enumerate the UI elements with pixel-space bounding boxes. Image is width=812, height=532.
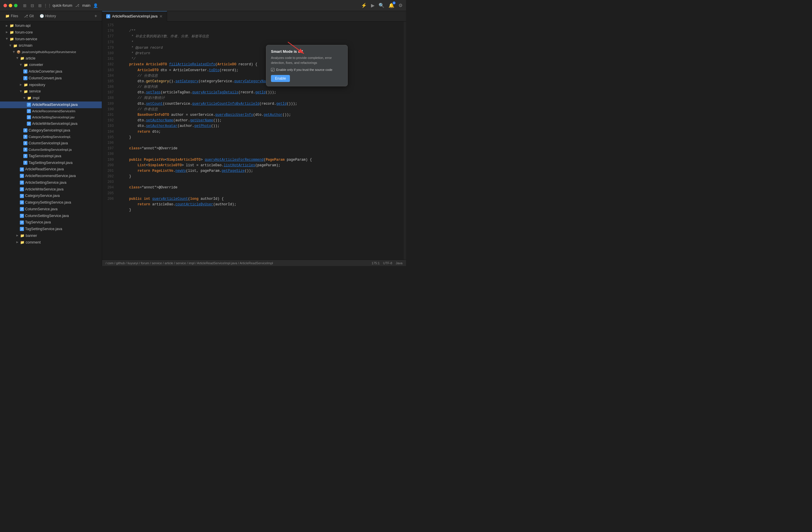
java-file-icon: J [27, 115, 31, 119]
tree-item-column-service[interactable]: J ColumnService.java [0, 206, 102, 213]
maximize-button[interactable] [14, 4, 17, 7]
tree-item-tag-setting-service[interactable]: J TagSettingService.java [0, 226, 102, 232]
tree-item-article-write-service[interactable]: J ArticleWriteService.java [0, 186, 102, 193]
add-panel-button[interactable]: + [93, 13, 99, 19]
tree-label: ColumnService.java [25, 206, 57, 212]
tree-item-article-recommend-service-impl[interactable]: J ArticleRecommendServiceIm [0, 108, 102, 114]
code-line: return dto; [121, 129, 404, 135]
java-file-icon: J [23, 76, 27, 80]
tree-item-article-setting-service[interactable]: J ArticleSettingService.java [0, 179, 102, 186]
tree-label: ArticleSettingService.java [25, 180, 67, 186]
tree-item-comment[interactable]: ▶ 📁 comment [0, 239, 102, 246]
user-plus-icon[interactable]: 👤 [93, 3, 98, 8]
tree-item-java-path[interactable]: ▶ 📦 java/com/github/liuyueyi/forum/servi… [0, 49, 102, 55]
branch-name: main [82, 3, 90, 8]
tree-item-forum-service[interactable]: ▶ 📁 forum-service [0, 36, 102, 43]
tree-item-repository[interactable]: ▶ 📁 repository [0, 82, 102, 88]
close-button[interactable] [3, 4, 7, 7]
tree-item-article-read-service-impl[interactable]: J ArticleReadServiceImpl.java [0, 101, 102, 108]
run-icon[interactable]: ▶ [371, 3, 375, 8]
tree-item-category-setting-service[interactable]: J CategorySettingService.java [0, 199, 102, 206]
git-icon: ⎇ [24, 14, 28, 18]
tree-label: TagSettingService.java [25, 226, 62, 232]
close-tab-button[interactable]: ✕ [159, 14, 163, 18]
line-number: 190 [102, 107, 114, 112]
code-line: * @param record [121, 45, 404, 51]
tree-item-category-setting-service-impl[interactable]: J CategorySettingServiceImpl. [0, 134, 102, 140]
folder-icon: 📁 [10, 23, 14, 28]
tree-label: ArticleRecommendService.java [25, 173, 76, 179]
tree-item-column-setting-service[interactable]: J ColumnSettingService.java [0, 213, 102, 219]
enable-smart-mode-button[interactable]: Enable [271, 75, 290, 82]
chevron-right-icon: ▶ [20, 83, 22, 87]
smart-mode-popup: Smart Mode is off Analyzes code to provi… [266, 45, 348, 86]
code-line: */ [121, 56, 404, 62]
tab-git-label: Git [29, 14, 33, 18]
grid-icon[interactable]: ⋮⋮ [45, 3, 50, 8]
chevron-right-icon: ▶ [6, 30, 8, 34]
tree-label: TagServiceImpl.java [29, 154, 61, 159]
line-number: 175 [102, 23, 114, 28]
tree-item-forum-core[interactable]: ▶ 📁 forum-core [0, 29, 102, 36]
folder-icon: 📁 [20, 56, 25, 61]
tree-label: forum-service [15, 37, 37, 42]
search-icon[interactable]: 🔍 [379, 3, 385, 8]
tree-item-src-main[interactable]: ▶ 📁 src/main [0, 42, 102, 49]
tree-item-tag-service-impl[interactable]: J TagServiceImpl.java [0, 153, 102, 160]
tree-label: java/com/github/liuyueyi/forum/service [22, 49, 76, 55]
editor-tab-article-read-service-impl[interactable]: J ArticleReadServiceImpl.java ✕ [102, 11, 167, 21]
code-line: private ArticleDTO fillArticleRelatedInf… [121, 62, 404, 67]
code-line: // 标签列表 [121, 84, 404, 90]
tree-item-tag-setting-service-impl[interactable]: J TagSettingServiceImpl.java [0, 160, 102, 166]
files-icon: 📁 [5, 14, 10, 18]
line-number: 196 [102, 140, 114, 146]
tree-item-column-setting-service-impl[interactable]: J ColumnSettingServiceImpl.ja [0, 147, 102, 153]
notifications-icon[interactable]: 🔔 1 [389, 3, 394, 8]
tree-item-column-service-impl[interactable]: J ColumnServiceImpl.java [0, 140, 102, 147]
line-number: 195 [102, 135, 114, 140]
tree-item-article-write-service-impl[interactable]: J ArticleWriteServiceImpl.java [0, 120, 102, 127]
tree-label: ArticleWriteServiceImpl.java [32, 121, 77, 127]
tab-git[interactable]: ⎇ Git [21, 13, 36, 19]
chevron-down-icon: ▶ [19, 90, 23, 92]
sidebar-right-icon[interactable]: ⊞ [37, 3, 43, 8]
line-number: 192 [102, 118, 114, 124]
java-file-icon: J [23, 147, 27, 152]
tree-item-impl[interactable]: ▶ 📁 impl [0, 95, 102, 101]
chevron-right-icon: ▶ [16, 240, 18, 244]
settings-icon[interactable]: ⚙ [398, 3, 403, 8]
tree-item-conveter[interactable]: ▶ 📁 conveter [0, 61, 102, 68]
code-content[interactable]: /** * 补全文章的阅读计数、作者、分类、标签等信息 * * @param r… [117, 21, 404, 260]
tree-item-article-setting-service-impl[interactable]: J ArticleSettingServiceImpl.jav [0, 114, 102, 120]
vertical-scrollbar[interactable] [404, 21, 406, 260]
code-line: dto.setAuthorAvatar(author.getPhoto()); [121, 124, 404, 129]
sidebar-left-icon[interactable]: ⊞ [22, 3, 27, 8]
tree-item-forum-api[interactable]: ▶ 📁 forum-api [0, 23, 102, 29]
trust-checkbox[interactable]: ✓ [271, 68, 274, 71]
lightning-icon[interactable]: ⚡ [361, 3, 367, 8]
java-tab-icon: J [106, 14, 110, 18]
java-file-icon: J [23, 128, 27, 132]
minimize-button[interactable] [9, 4, 12, 7]
tree-item-article[interactable]: ▶ 📁 article [0, 55, 102, 62]
tree-item-category-service-impl[interactable]: J CategoryServiceImpl.java [0, 127, 102, 134]
tree-item-banner[interactable]: ▶ 📁 banner [0, 232, 102, 239]
tree-item-article-converter[interactable]: J ArticleConverter.java [0, 68, 102, 75]
tab-files[interactable]: 📁 Files [3, 13, 20, 19]
tree-label: TagService.java [25, 220, 51, 225]
sidebar-bottom-icon[interactable]: ⊟ [30, 3, 35, 8]
tab-history[interactable]: 🕐 History [37, 13, 58, 19]
tree-item-column-convert[interactable]: J ColumnConvert.java [0, 75, 102, 82]
tree-item-category-service[interactable]: J CategoryService.java [0, 192, 102, 199]
line-number: 198 [102, 152, 114, 157]
tree-item-service[interactable]: ▶ 📁 service [0, 88, 102, 95]
tree-item-article-read-service[interactable]: J ArticleReadService.java [0, 166, 102, 173]
java-file-icon: J [27, 121, 31, 126]
tree-item-article-recommend-service[interactable]: J ArticleRecommendService.java [0, 173, 102, 179]
tree-label: ArticleReadServiceImpl.java [32, 102, 77, 107]
folder-icon: 📁 [20, 240, 25, 245]
tree-item-tag-service[interactable]: J TagService.java [0, 219, 102, 226]
java-file-icon: J [27, 109, 31, 113]
tree-label: impl [33, 95, 39, 101]
java-file-icon: J [20, 207, 24, 211]
